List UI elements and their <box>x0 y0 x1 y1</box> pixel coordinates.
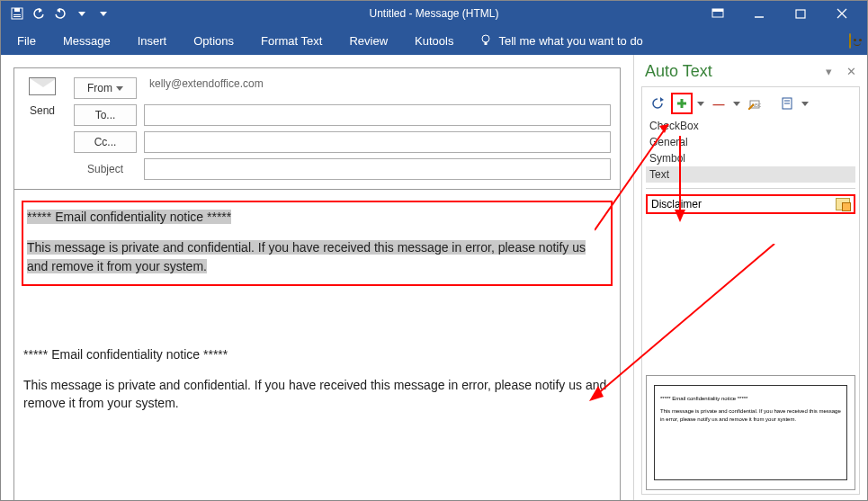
svg-rect-2 <box>13 14 21 15</box>
maximize-icon[interactable] <box>788 4 813 22</box>
svg-point-12 <box>482 35 489 42</box>
cc-field[interactable] <box>144 131 611 153</box>
pane-close-icon[interactable]: ✕ <box>846 65 856 78</box>
subject-field[interactable] <box>144 158 611 180</box>
message-body[interactable]: ***** Email confidentiality notice *****… <box>13 190 621 501</box>
dropdown-icon[interactable] <box>696 94 705 113</box>
message-header: Send From kelly@extendoffice.com To... C… <box>13 67 621 190</box>
cc-button[interactable]: Cc... <box>74 131 137 153</box>
tab-review[interactable]: Review <box>349 34 388 48</box>
svg-rect-1 <box>14 8 20 12</box>
notice-title: ***** Email confidentiality notice ***** <box>23 345 611 363</box>
ribbon-display-options-icon[interactable] <box>705 4 730 22</box>
from-label: From <box>87 82 112 94</box>
dropdown3-icon[interactable] <box>801 94 810 113</box>
category-item-selected[interactable]: Text <box>646 166 855 183</box>
svg-rect-13 <box>485 42 488 45</box>
svg-rect-7 <box>712 9 723 12</box>
titlebar: Untitled - Message (HTML) <box>1 1 867 26</box>
category-item[interactable]: CheckBox <box>646 118 855 134</box>
selected-text-highlight: ***** Email confidentiality notice *****… <box>22 201 613 286</box>
autotext-pane: Auto Text ▾ ✕ — ABC <box>633 55 867 501</box>
to-button[interactable]: To... <box>74 104 137 126</box>
to-field[interactable] <box>144 104 611 126</box>
subject-label: Subject <box>74 163 137 175</box>
redo-icon[interactable] <box>53 6 67 21</box>
close-icon[interactable] <box>829 4 855 22</box>
send-button[interactable]: Send <box>23 77 61 117</box>
tab-insert[interactable]: Insert <box>138 34 167 48</box>
feedback-smiley-icon[interactable] <box>849 33 851 49</box>
refresh-icon[interactable] <box>648 94 667 113</box>
tab-options[interactable]: Options <box>193 34 234 48</box>
envelope-icon <box>29 77 56 95</box>
chevron-down-icon <box>116 86 123 91</box>
qat-dropdown2-icon[interactable] <box>96 6 111 21</box>
qat-dropdown-icon[interactable] <box>75 6 89 21</box>
minimize-icon[interactable] <box>747 4 772 22</box>
svg-rect-3 <box>13 16 21 17</box>
preview-text: This message is private and confidential… <box>660 407 841 423</box>
category-item[interactable]: Symbol <box>646 150 855 166</box>
send-label: Send <box>23 104 61 117</box>
window-title: Untitled - Message (HTML) <box>369 7 498 20</box>
tab-kutools[interactable]: Kutools <box>415 34 453 48</box>
page-icon[interactable] <box>777 94 797 113</box>
from-button[interactable]: From <box>74 77 137 99</box>
notice-text: This message is private and confidential… <box>23 376 611 413</box>
notice-title-selected: ***** Email confidentiality notice ***** <box>27 210 231 224</box>
category-list: CheckBox General Symbol Text <box>646 118 855 183</box>
add-autotext-button[interactable] <box>671 93 693 114</box>
save-icon[interactable] <box>10 6 24 21</box>
dropdown2-icon[interactable] <box>732 94 741 113</box>
tab-message[interactable]: Message <box>63 34 111 48</box>
cc-label: Cc... <box>94 136 117 148</box>
svg-marker-14 <box>660 97 664 102</box>
from-value: kelly@extendoffice.com <box>144 77 611 99</box>
edit-icon[interactable]: ABC <box>745 94 765 113</box>
delete-icon[interactable]: — <box>709 94 729 113</box>
tell-me-label: Tell me what you want to do <box>498 34 642 48</box>
tell-me-search[interactable]: Tell me what you want to do <box>480 34 642 48</box>
bulb-icon <box>480 34 493 47</box>
svg-rect-9 <box>796 10 805 18</box>
autotext-entry-disclaimer[interactable]: Disclaimer <box>646 194 855 214</box>
entry-label: Disclaimer <box>651 198 702 210</box>
insert-entry-icon[interactable] <box>836 198 850 210</box>
autotext-toolbar: — ABC <box>646 91 855 118</box>
pane-title-label: Auto Text <box>645 62 712 81</box>
tab-file[interactable]: File <box>17 34 36 48</box>
autotext-preview: ***** Email confidentiality notice *****… <box>646 375 855 490</box>
preview-title: ***** Email confidentiality notice ***** <box>660 395 841 402</box>
category-item[interactable]: General <box>646 134 855 150</box>
undo-icon[interactable] <box>31 6 46 21</box>
notice-text-selected: This message is private and confidential… <box>27 240 586 273</box>
tab-format-text[interactable]: Format Text <box>261 34 322 48</box>
to-label: To... <box>95 109 116 121</box>
pane-options-icon[interactable]: ▾ <box>826 65 832 78</box>
ribbon: File Message Insert Options Format Text … <box>1 26 867 55</box>
